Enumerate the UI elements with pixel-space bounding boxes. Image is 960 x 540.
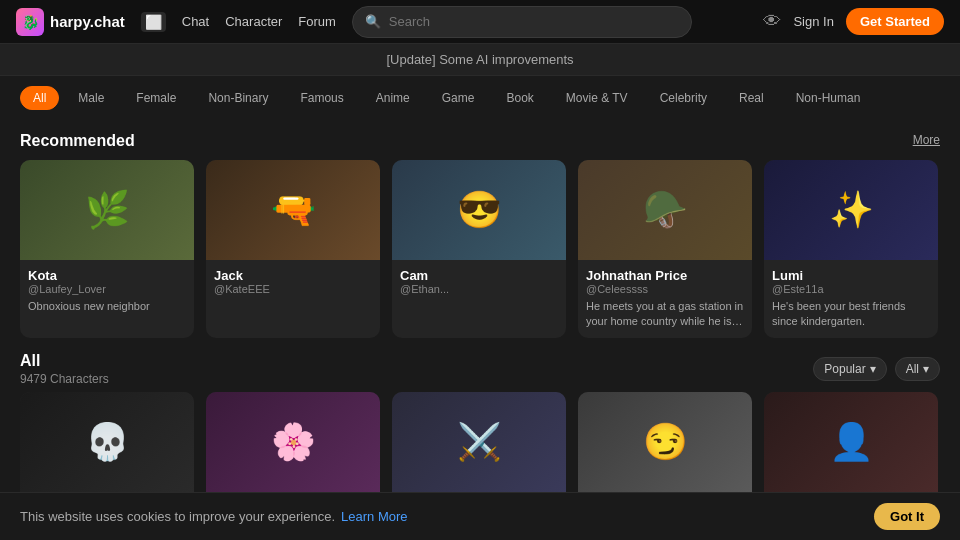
filter-tab-non-binary[interactable]: Non-Binary <box>195 86 281 110</box>
card-author: @Laufey_Lover <box>28 283 186 295</box>
card-name: Johnathan Price <box>586 268 744 283</box>
character-card[interactable]: ✨ Lumi @Este11a He's been your best frie… <box>764 160 938 338</box>
sign-in-button[interactable]: Sign In <box>793 14 833 29</box>
character-card[interactable]: 🌿 Kota @Laufey_Lover Obnoxious new neigh… <box>20 160 194 338</box>
nav-right: 👁 Sign In Get Started <box>763 8 944 35</box>
nav-forum[interactable]: Forum <box>298 14 336 29</box>
card-name: Jack <box>214 268 372 283</box>
got-it-button[interactable]: Got It <box>874 503 940 530</box>
search-input[interactable] <box>389 14 679 29</box>
card-image: 🔫 <box>206 160 380 260</box>
filter-tab-male[interactable]: Male <box>65 86 117 110</box>
character-card[interactable]: 🔫 Jack @KateEEE <box>206 160 380 338</box>
logo-text: harpy.chat <box>50 13 125 30</box>
filter-tab-game[interactable]: Game <box>429 86 488 110</box>
all-section-header: All 9479 Characters Popular ▾ All ▾ <box>20 352 940 386</box>
card-image: 🌸 <box>206 392 380 492</box>
get-started-button[interactable]: Get Started <box>846 8 944 35</box>
filter-tab-female[interactable]: Female <box>123 86 189 110</box>
filter-tab-anime[interactable]: Anime <box>363 86 423 110</box>
card-image: ✨ <box>764 160 938 260</box>
filter-tab-movie-tv[interactable]: Movie & TV <box>553 86 641 110</box>
filter-button[interactable]: All ▾ <box>895 357 940 381</box>
card-author: @Ethan... <box>400 283 558 295</box>
learn-more-link[interactable]: Learn More <box>341 509 407 524</box>
card-image: 😎 <box>392 160 566 260</box>
recommended-title: Recommended <box>20 132 135 150</box>
more-link[interactable]: More <box>913 133 940 147</box>
card-body: Johnathan Price @Celeessss He meets you … <box>578 260 752 338</box>
sort-label: Popular <box>824 362 865 376</box>
card-description: Obnoxious new neighbor <box>28 299 186 314</box>
card-image: 😏 <box>578 392 752 492</box>
character-card[interactable]: 🪖 Johnathan Price @Celeessss He meets yo… <box>578 160 752 338</box>
all-title: All <box>20 352 109 370</box>
eye-icon[interactable]: 👁 <box>763 11 781 32</box>
banner-message: [Update] Some AI improvements <box>386 52 573 67</box>
search-bar[interactable]: 🔍 <box>352 6 692 38</box>
screen-icon: ⬜ <box>141 12 166 32</box>
card-body: Cam @Ethan... <box>392 260 566 307</box>
card-author: @Celeessss <box>586 283 744 295</box>
cookie-banner: This website uses cookies to improve you… <box>0 492 960 540</box>
recommended-cards: 🌿 Kota @Laufey_Lover Obnoxious new neigh… <box>20 160 940 338</box>
card-author: @KateEEE <box>214 283 372 295</box>
character-card[interactable]: 😎 Cam @Ethan... <box>392 160 566 338</box>
char-count: 9479 Characters <box>20 372 109 386</box>
card-name: Kota <box>28 268 186 283</box>
recommended-header: Recommended More <box>20 120 940 160</box>
main-content: Recommended More 🌿 Kota @Laufey_Lover Ob… <box>0 120 960 536</box>
card-description: He's been your best friends since kinder… <box>772 299 930 330</box>
announcement-banner: [Update] Some AI improvements <box>0 44 960 76</box>
cookie-text: This website uses cookies to improve you… <box>20 509 335 524</box>
all-controls: Popular ▾ All ▾ <box>813 357 940 381</box>
sort-chevron-icon: ▾ <box>870 362 876 376</box>
search-icon: 🔍 <box>365 14 381 29</box>
card-body: Lumi @Este11a He's been your best friend… <box>764 260 938 338</box>
logo-icon: 🐉 <box>16 8 44 36</box>
sort-button[interactable]: Popular ▾ <box>813 357 886 381</box>
card-description: He meets you at a gas station in your ho… <box>586 299 744 330</box>
filter-tab-all[interactable]: All <box>20 86 59 110</box>
filter-tabs: AllMaleFemaleNon-BinaryFamousAnimeGameBo… <box>0 76 960 120</box>
card-image: 🌿 <box>20 160 194 260</box>
cookie-message: This website uses cookies to improve you… <box>20 509 408 524</box>
card-image: ⚔️ <box>392 392 566 492</box>
filter-tab-non-human[interactable]: Non-Human <box>783 86 874 110</box>
filter-tab-celebrity[interactable]: Celebrity <box>647 86 720 110</box>
nav-character[interactable]: Character <box>225 14 282 29</box>
navbar: 🐉 harpy.chat ⬜ Chat Character Forum 🔍 👁 … <box>0 0 960 44</box>
filter-tab-book[interactable]: Book <box>493 86 546 110</box>
nav-links: Chat Character Forum <box>182 14 336 29</box>
filter-label: All <box>906 362 919 376</box>
nav-chat[interactable]: Chat <box>182 14 209 29</box>
card-name: Lumi <box>772 268 930 283</box>
filter-tab-famous[interactable]: Famous <box>287 86 356 110</box>
filter-chevron-icon: ▾ <box>923 362 929 376</box>
card-author: @Este11a <box>772 283 930 295</box>
logo[interactable]: 🐉 harpy.chat <box>16 8 125 36</box>
card-name: Cam <box>400 268 558 283</box>
card-image: 💀 <box>20 392 194 492</box>
all-left: All 9479 Characters <box>20 352 109 386</box>
filter-tab-real[interactable]: Real <box>726 86 777 110</box>
card-body: Kota @Laufey_Lover Obnoxious new neighbo… <box>20 260 194 322</box>
card-body: Jack @KateEEE <box>206 260 380 307</box>
card-image: 🪖 <box>578 160 752 260</box>
card-image: 👤 <box>764 392 938 492</box>
